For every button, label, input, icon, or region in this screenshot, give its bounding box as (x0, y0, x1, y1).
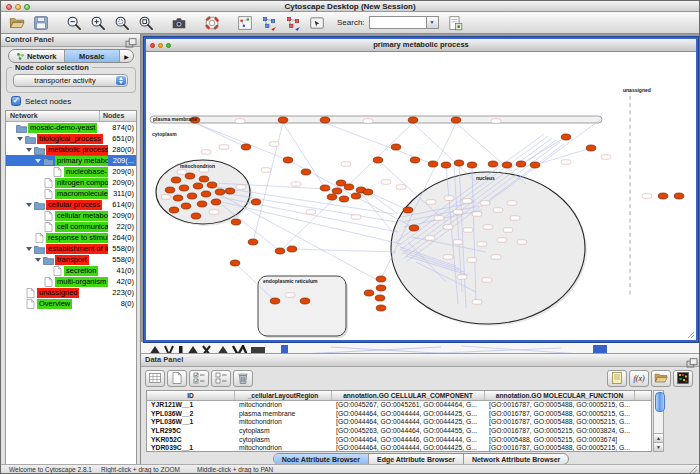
column-header[interactable]: ID (147, 391, 235, 400)
network-node[interactable] (211, 199, 221, 205)
network-node[interactable] (391, 144, 401, 150)
network-view-frame[interactable]: primary metabolic process plasma membran… (144, 37, 698, 342)
snapshot-button[interactable] (168, 13, 190, 32)
tree-column-network[interactable]: Network (6, 111, 100, 121)
open-session-button[interactable] (6, 13, 28, 32)
tree-row[interactable]: unassigned223(0) (6, 287, 136, 298)
expand-arrow-icon[interactable] (26, 247, 32, 251)
apply-layout-blue-button[interactable] (258, 13, 280, 32)
zoom-selected-button[interactable] (111, 13, 133, 32)
scrollbar-thumb[interactable] (655, 392, 665, 412)
show-all-attributes-button[interactable] (145, 370, 165, 387)
tree-row[interactable]: response to stimulu264(0) (6, 232, 136, 243)
network-node[interactable] (287, 246, 297, 252)
expand-arrow-icon[interactable] (35, 159, 41, 163)
expand-arrow-icon[interactable] (26, 203, 32, 207)
search-dropdown-button[interactable]: ▼ (427, 16, 439, 29)
network-node[interactable] (275, 248, 285, 254)
tree-row[interactable]: secretion41(0) (6, 265, 136, 276)
network-node[interactable] (225, 188, 235, 194)
apply-layout-red-button[interactable] (282, 13, 304, 32)
network-node[interactable] (488, 161, 498, 167)
select-nodes-checkbox[interactable]: ✓ (11, 96, 21, 106)
tab-node-attribute-browser[interactable]: Node Attribute Browser (274, 454, 369, 464)
zoom-out-button[interactable] (63, 13, 85, 32)
new-attribute-button[interactable] (167, 370, 187, 387)
network-view-titlebar[interactable]: primary metabolic process (146, 39, 696, 52)
search-input[interactable] (369, 16, 427, 29)
tree-row[interactable]: cell communicat22(0) (6, 221, 136, 232)
tab-network[interactable]: Network (9, 50, 65, 62)
expand-arrow-icon[interactable] (26, 148, 32, 152)
network-node[interactable] (376, 305, 386, 311)
tab-network-attribute-browser[interactable]: Network Attribute Browser (464, 454, 568, 464)
tab-mosaic[interactable]: Mosaic (65, 50, 121, 62)
network-node[interactable] (320, 185, 330, 191)
network-node[interactable] (376, 285, 386, 291)
network-node[interactable] (376, 276, 386, 282)
import-attributes-button[interactable] (651, 370, 671, 387)
network-node[interactable] (332, 188, 342, 194)
network-node[interactable] (658, 193, 668, 199)
tree-row[interactable]: biological_process651(0) (6, 133, 136, 144)
vizmapper-button[interactable] (306, 13, 328, 32)
tree-row[interactable]: transport558(0) (6, 254, 136, 265)
tab-edge-attribute-browser[interactable]: Edge Attribute Browser (369, 454, 464, 464)
network-node[interactable] (403, 207, 413, 213)
network-node[interactable] (409, 225, 419, 231)
tabs-overflow-button[interactable]: ▶ (120, 50, 133, 62)
view-resize-grip[interactable] (687, 331, 695, 339)
network-node[interactable] (248, 239, 258, 245)
window-resize-grip[interactable] (689, 465, 698, 474)
network-node[interactable] (181, 203, 191, 209)
network-node[interactable] (561, 134, 571, 140)
network-node[interactable] (408, 117, 418, 123)
tree-row[interactable]: mosaic-demo-yeast874(0) (6, 122, 136, 133)
network-node[interactable] (199, 176, 209, 182)
network-node[interactable] (301, 169, 311, 175)
tree-row[interactable]: Overview8(0) (6, 298, 136, 309)
tree-row[interactable]: macromolecule311(0) (6, 188, 136, 199)
attribute-notes-button[interactable] (607, 370, 627, 387)
unselect-attributes-button[interactable] (211, 370, 231, 387)
network-node[interactable] (187, 193, 197, 199)
tree-row[interactable]: nitrogen compo209(0) (6, 177, 136, 188)
network-node[interactable] (467, 162, 477, 168)
network-node[interactable] (320, 117, 330, 123)
network-node[interactable] (586, 145, 596, 151)
select-attributes-button[interactable] (189, 370, 209, 387)
network-node[interactable] (173, 195, 183, 201)
float-panel-button[interactable] (125, 36, 137, 46)
network-node[interactable] (363, 189, 373, 195)
scroll-up-button[interactable]: ▲ (654, 433, 663, 442)
network-node[interactable] (197, 201, 207, 207)
table-row[interactable]: YPL036W__2plasma membrane[GO:0044464, GO… (147, 410, 651, 419)
network-node[interactable] (207, 182, 217, 188)
column-header[interactable]: annotation.GO CELLULAR_COMPONENT (332, 391, 485, 400)
network-node[interactable] (215, 189, 225, 195)
network-node[interactable] (516, 161, 526, 167)
tree-row[interactable]: cellular metabo209(0) (6, 210, 136, 221)
delete-attribute-button[interactable] (233, 370, 253, 387)
network-node[interactable] (351, 193, 361, 199)
tree-row[interactable]: nucleobase-209(0) (6, 166, 136, 177)
column-header[interactable]: _cellularLayoutRegion (235, 391, 332, 400)
table-scrollbar[interactable]: ▲ ▼ (653, 390, 664, 452)
table-row[interactable]: YPL036W__1mitochondrion[GO:0044464, GO:0… (147, 418, 651, 427)
network-node[interactable] (231, 219, 241, 225)
help-button[interactable] (201, 13, 223, 32)
network-node[interactable] (270, 298, 280, 304)
network-node[interactable] (327, 194, 337, 200)
network-node[interactable] (241, 144, 251, 150)
network-node[interactable] (278, 117, 288, 123)
zoom-in-button[interactable] (87, 13, 109, 32)
tree-row[interactable]: cellular process614(0) (6, 199, 136, 210)
network-node[interactable] (375, 295, 385, 301)
tree-row[interactable]: multi-organism pro42(0) (6, 276, 136, 287)
network-node[interactable] (502, 162, 512, 168)
table-row[interactable]: YLR295Ccytoplasm[GO:0045263, GO:0044464,… (147, 427, 651, 436)
network-node[interactable] (451, 117, 461, 123)
network-node[interactable] (300, 298, 310, 304)
network-node[interactable] (201, 191, 211, 197)
attribute-matrix-button[interactable] (673, 370, 693, 387)
